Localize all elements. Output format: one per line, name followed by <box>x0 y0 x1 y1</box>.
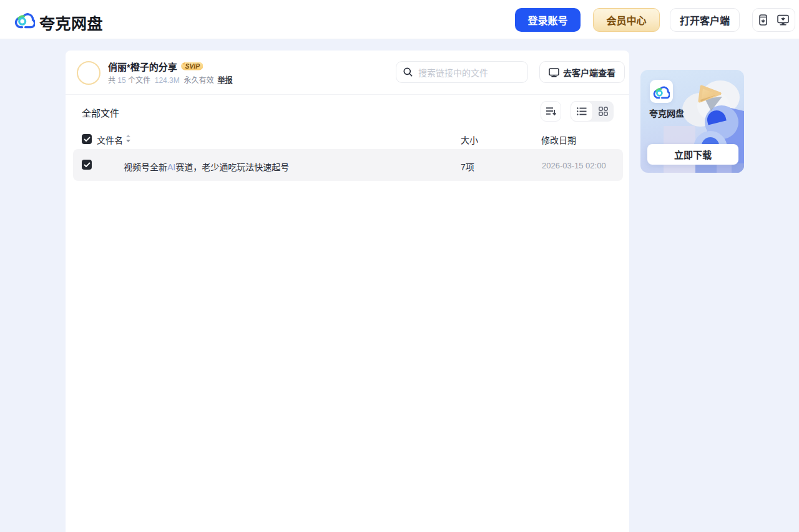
svg-text:SVIP: SVIP <box>185 63 200 70</box>
